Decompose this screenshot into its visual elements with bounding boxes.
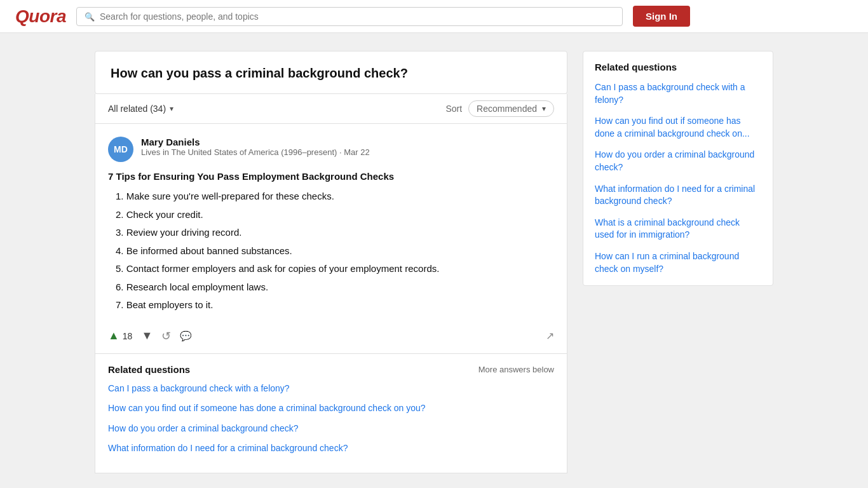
signin-button[interactable]: Sign In <box>633 6 690 27</box>
sidebar-related-link[interactable]: How do you order a criminal background c… <box>595 149 761 173</box>
search-input[interactable] <box>100 11 614 22</box>
sort-label: Sort <box>445 104 462 114</box>
header: Quora Sign In <box>0 0 868 33</box>
list-item: 3. Review your driving record. <box>116 226 554 240</box>
sidebar-title: Related questions <box>595 62 761 72</box>
related-question-link[interactable]: How can you find out if someone has done… <box>108 402 554 415</box>
answer-list: 1. Make sure you're well-prepared for th… <box>116 189 554 313</box>
vote-bar: 18 <box>108 323 554 343</box>
related-main-card: Related questions More answers below Can… <box>95 354 567 473</box>
answer-card: MD Mary Daniels Lives in The United Stat… <box>95 124 567 354</box>
list-item: 5. Contact former employers and ask for … <box>116 262 554 276</box>
chevron-down-icon <box>542 104 546 113</box>
downvote-button[interactable] <box>141 329 153 342</box>
page-layout: How can you pass a criminal background c… <box>85 51 783 473</box>
related-question-link[interactable]: How do you order a criminal background c… <box>108 423 554 435</box>
answer-title: 7 Tips for Ensuring You Pass Employment … <box>108 171 554 182</box>
related-question-link[interactable]: What information do I need for a crimina… <box>108 442 554 455</box>
sidebar: Related questions Can I pass a backgroun… <box>583 51 773 473</box>
avatar: MD <box>108 137 133 162</box>
share-icon[interactable] <box>546 329 554 342</box>
author-info: Mary Daniels Lives in The United States … <box>141 137 370 157</box>
refresh-icon[interactable] <box>161 329 171 343</box>
list-item: 1. Make sure you're well-prepared for th… <box>116 189 554 204</box>
sidebar-related-link[interactable]: How can I run a criminal background chec… <box>595 250 761 275</box>
related-main-title: Related questions <box>108 364 190 375</box>
answer-header: MD Mary Daniels Lives in The United Stat… <box>108 137 554 162</box>
search-bar <box>76 7 623 26</box>
list-item: 4. Be informed about banned substances. <box>116 244 554 259</box>
upvote-button[interactable]: 18 <box>108 329 132 342</box>
list-item: 6. Research local employment laws. <box>116 280 554 295</box>
avatar-initials: MD <box>114 144 128 154</box>
list-item: 2. Check your credit. <box>116 208 554 222</box>
all-related-label: All related (34) <box>108 104 166 114</box>
author-meta: Lives in The United States of America (1… <box>141 147 370 157</box>
author-name[interactable]: Mary Daniels <box>141 137 370 147</box>
question-card: How can you pass a criminal background c… <box>95 51 567 94</box>
related-question-link[interactable]: Can I pass a background check with a fel… <box>108 383 554 395</box>
logo[interactable]: Quora <box>15 6 66 27</box>
recommended-label: Recommended <box>477 104 537 114</box>
sidebar-related-link[interactable]: How can you find out if someone has done… <box>595 115 761 140</box>
main-content: How can you pass a criminal background c… <box>95 51 567 473</box>
comment-icon[interactable] <box>180 329 192 342</box>
sidebar-related-link[interactable]: What information do I need for a crimina… <box>595 183 761 208</box>
more-answers-label: More answers below <box>478 365 554 374</box>
sidebar-links: Can I pass a background check with a fel… <box>595 81 761 275</box>
list-item: 7. Beat employers to it. <box>116 298 554 313</box>
sort-dropdown[interactable]: Recommended <box>468 100 554 117</box>
related-main-links: Can I pass a background check with a fel… <box>108 383 554 455</box>
related-main-header: Related questions More answers below <box>108 364 554 375</box>
all-related-filter[interactable]: All related (34) <box>108 104 173 114</box>
filter-bar: All related (34) Sort Recommended <box>95 94 567 124</box>
question-title: How can you pass a criminal background c… <box>111 64 552 82</box>
sort-section: Sort Recommended <box>445 100 554 117</box>
upvote-icon <box>108 329 119 342</box>
sidebar-related-link[interactable]: Can I pass a background check with a fel… <box>595 81 761 106</box>
vote-left: 18 <box>108 329 192 343</box>
sidebar-card: Related questions Can I pass a backgroun… <box>583 51 773 286</box>
chevron-down-icon <box>170 104 173 113</box>
sidebar-related-link[interactable]: What is a criminal background check used… <box>595 217 761 241</box>
search-icon <box>85 11 95 22</box>
vote-count: 18 <box>123 331 133 341</box>
